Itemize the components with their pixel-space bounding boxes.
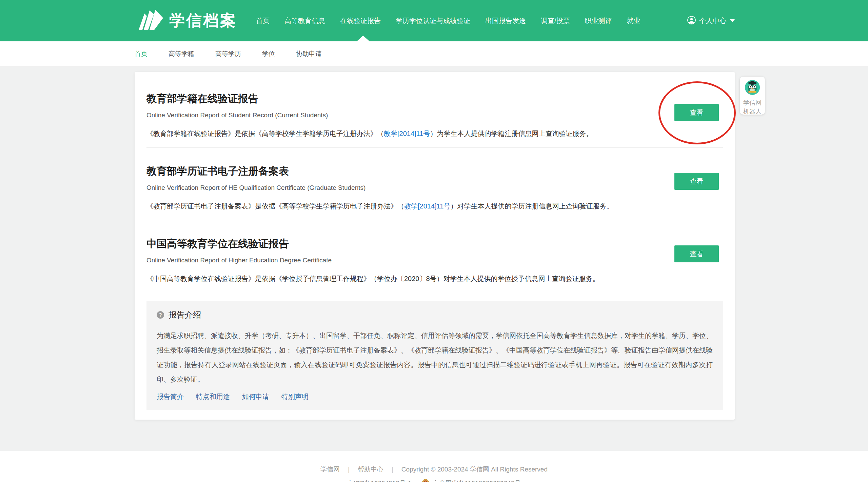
subnav-tab-assist-apply[interactable]: 协助申请 xyxy=(296,49,322,58)
nav-item-overseas-report[interactable]: 出国报告发送 xyxy=(485,16,526,25)
user-center-menu[interactable]: 个人中心 xyxy=(687,16,735,26)
logo-icon xyxy=(135,9,164,33)
nav-item-home[interactable]: 首页 xyxy=(256,16,270,25)
footer-link-chsi[interactable]: 学信网 xyxy=(320,465,340,474)
reports-card: 教育部学籍在线验证报告 Online Verification Report o… xyxy=(135,72,735,420)
view-button-student-record[interactable]: 查看 xyxy=(674,104,719,121)
policy-doc-link[interactable]: 教学[2014]11号 xyxy=(384,130,430,137)
section-description: 《教育部学历证书电子注册备案表》是依据《高等学校学生学籍学历电子注册办法》（教学… xyxy=(146,201,638,211)
view-button-qualification[interactable]: 查看 xyxy=(674,173,719,190)
policy-doc-link[interactable]: 教学[2014]11号 xyxy=(404,202,450,210)
report-section-degree: 中国高等教育学位在线验证报告 Online Verification Repor… xyxy=(146,220,723,293)
nav-item-employment[interactable]: 就业 xyxy=(627,16,640,25)
view-button-degree[interactable]: 查看 xyxy=(674,245,719,262)
user-icon xyxy=(687,16,696,26)
nav-item-higher-edu-info[interactable]: 高等教育信息 xyxy=(284,16,325,25)
footer: 学信网 | 帮助中心 | Copyright © 2003-2024 学信网 A… xyxy=(0,451,868,482)
report-section-student-record: 教育部学籍在线验证报告 Online Verification Report o… xyxy=(146,72,723,148)
page-background: 教育部学籍在线验证报告 Online Verification Report o… xyxy=(0,67,868,451)
subnav-tab-degree[interactable]: 学位 xyxy=(262,49,275,58)
desc-text: ）为学生本人提供的学籍注册信息网上查询验证服务。 xyxy=(430,130,593,137)
main-nav: 首页 高等教育信息 在线验证报告 学历学位认证与成绩验证 出国报告发送 调查/投… xyxy=(256,16,640,25)
chsi-robot-widget[interactable]: 学信网 机器人 xyxy=(740,77,765,115)
intro-links: 报告简介 特点和用途 如何申请 特别声明 xyxy=(157,392,713,401)
nav-item-career-test[interactable]: 职业测评 xyxy=(585,16,612,25)
subnav-tab-qualification[interactable]: 高等学历 xyxy=(215,49,241,58)
police-badge-icon xyxy=(422,479,429,482)
footer-police-registration[interactable]: 京公网安备11010202009747号 xyxy=(433,479,521,482)
subnav-tab-home[interactable]: 首页 xyxy=(135,49,147,58)
intro-title: 报告介绍 xyxy=(169,309,201,320)
footer-copyright: Copyright © 2003-2024 学信网 All Rights Res… xyxy=(401,465,548,474)
nav-item-survey-vote[interactable]: 调查/投票 xyxy=(541,16,570,25)
footer-separator: | xyxy=(392,466,393,473)
link-special-statement[interactable]: 特别声明 xyxy=(281,392,309,401)
desc-text: 《中国高等教育学位在线验证报告》是依据《学位授予信息管理工作规程》（学位办〔20… xyxy=(146,275,599,282)
robot-label-line2: 机器人 xyxy=(743,107,762,116)
user-center-label: 个人中心 xyxy=(699,16,726,25)
desc-text: 《教育部学历证书电子注册备案表》是依据《高等学校学生学籍学历电子注册办法》（ xyxy=(146,202,404,210)
robot-avatar-icon xyxy=(745,80,760,97)
top-navbar: 学信档案 首页 高等教育信息 在线验证报告 学历学位认证与成绩验证 出国报告发送… xyxy=(0,0,868,41)
link-features-uses[interactable]: 特点和用途 xyxy=(196,392,230,401)
site-logo[interactable]: 学信档案 xyxy=(135,9,237,33)
nav-item-degree-certification[interactable]: 学历学位认证与成绩验证 xyxy=(396,16,470,25)
robot-label: 学信网 机器人 xyxy=(743,98,762,116)
link-report-overview[interactable]: 报告简介 xyxy=(157,392,184,401)
section-description: 《中国高等教育学位在线验证报告》是依据《学位授予信息管理工作规程》（学位办〔20… xyxy=(146,274,638,284)
desc-text: 《教育部学籍在线验证报告》是依据《高等学校学生学籍学历电子注册办法》（ xyxy=(146,130,384,137)
intro-header: ? 报告介绍 xyxy=(157,309,713,320)
footer-separator: | xyxy=(348,466,350,473)
active-nav-notch xyxy=(357,36,370,41)
section-title: 教育部学历证书电子注册备案表 xyxy=(146,164,723,178)
logo-text: 学信档案 xyxy=(169,10,237,31)
section-subtitle-en: Online Verification Report of Higher Edu… xyxy=(146,256,723,265)
link-how-to-apply[interactable]: 如何申请 xyxy=(242,392,269,401)
sub-navbar: 首页 高等学籍 高等学历 学位 协助申请 xyxy=(0,41,868,67)
report-intro-box: ? 报告介绍 为满足求职招聘、派遣接收、升学（考研、专升本）、出国留学、干部任免… xyxy=(146,301,723,410)
report-section-qualification: 教育部学历证书电子注册备案表 Online Verification Repor… xyxy=(146,148,723,220)
section-subtitle-en: Online Verification Report of HE Qualifi… xyxy=(146,183,723,192)
section-subtitle-en: Online Verification Report of Student Re… xyxy=(146,111,723,120)
section-title: 中国高等教育学位在线验证报告 xyxy=(146,237,723,251)
chevron-down-icon xyxy=(730,19,735,22)
question-icon: ? xyxy=(157,311,164,319)
footer-link-help-center[interactable]: 帮助中心 xyxy=(358,465,383,474)
section-description: 《教育部学籍在线验证报告》是依据《高等学校学生学籍学历电子注册办法》（教学[20… xyxy=(146,128,638,139)
section-title: 教育部学籍在线验证报告 xyxy=(146,92,723,106)
robot-label-line1: 学信网 xyxy=(743,98,762,107)
subnav-tab-student-record[interactable]: 高等学籍 xyxy=(169,49,194,58)
desc-text: ）对学生本人提供的学历注册信息网上查询验证服务。 xyxy=(450,202,613,210)
footer-icp[interactable]: 京ICP备19004913号-1 xyxy=(347,479,412,482)
nav-item-online-verification-report[interactable]: 在线验证报告 xyxy=(340,16,381,25)
intro-paragraph: 为满足求职招聘、派遣接收、升学（考研、专升本）、出国留学、干部任免、职称评定、信… xyxy=(157,328,713,387)
